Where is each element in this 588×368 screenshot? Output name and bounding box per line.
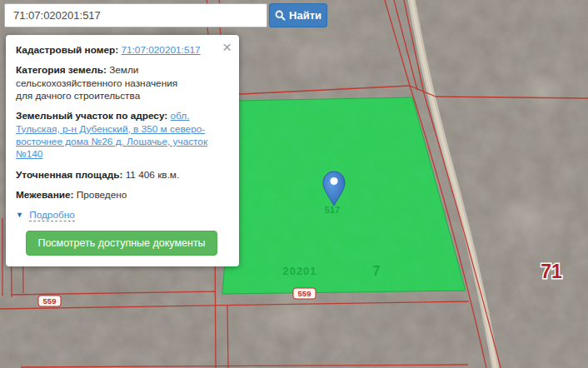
address-label: Земельный участок по адресу: (16, 110, 167, 122)
search-button[interactable]: Найти (269, 3, 327, 27)
area-value: 11 406 кв.м. (126, 169, 180, 181)
survey-row: Межевание: Проведено (16, 189, 227, 201)
cadastral-search-input[interactable] (4, 3, 267, 27)
quarter-number-label: 20201 (282, 265, 316, 277)
chevron-down-icon: ▼ (16, 211, 23, 219)
land-category-label: Категория земель: (16, 64, 107, 76)
parcel-info-popup: × Кадастровый номер: 71:07:020201:517 Ка… (6, 35, 239, 266)
cadastral-number-label: Кадастровый номер: (16, 44, 118, 56)
svg-text:559: 559 (298, 289, 311, 298)
area-row: Уточненная площадь: 11 406 кв.м. (16, 169, 227, 182)
area-label: Уточненная площадь: (16, 169, 122, 181)
land-use-value: для дачного строительства (16, 90, 140, 102)
land-category-row: Категория земель: Земли сельскохозяйстве… (16, 64, 227, 102)
road-label-badge: 559 (293, 288, 316, 299)
region-number-label: 71 (541, 261, 562, 282)
survey-label: Межевание: (16, 189, 74, 201)
close-icon[interactable]: × (222, 39, 232, 55)
svg-text:559: 559 (43, 296, 57, 306)
pin-parcel-number-label: 517 (325, 205, 340, 215)
survey-value: Проведено (77, 189, 127, 201)
cadastral-number-row: Кадастровый номер: 71:07:020201:517 (16, 44, 227, 57)
road-label-badge: 559 (38, 296, 61, 306)
parcel-number-label: 7 (373, 264, 381, 278)
search-button-label: Найти (289, 9, 321, 22)
details-link[interactable]: Подробно (29, 209, 75, 221)
view-documents-button[interactable]: Посмотреть доступные документы (26, 231, 217, 256)
cadastral-number-link[interactable]: 71:07:020201:517 (121, 44, 200, 56)
search-bar: Найти (4, 3, 327, 28)
details-row: ▼ Подробно (16, 209, 227, 221)
search-icon (275, 10, 286, 21)
satellite-map[interactable]: 20201 7 517 71 559 559 Найти (0, 0, 588, 368)
address-row: Земельный участок по адресу: обл. Тульск… (16, 110, 227, 161)
